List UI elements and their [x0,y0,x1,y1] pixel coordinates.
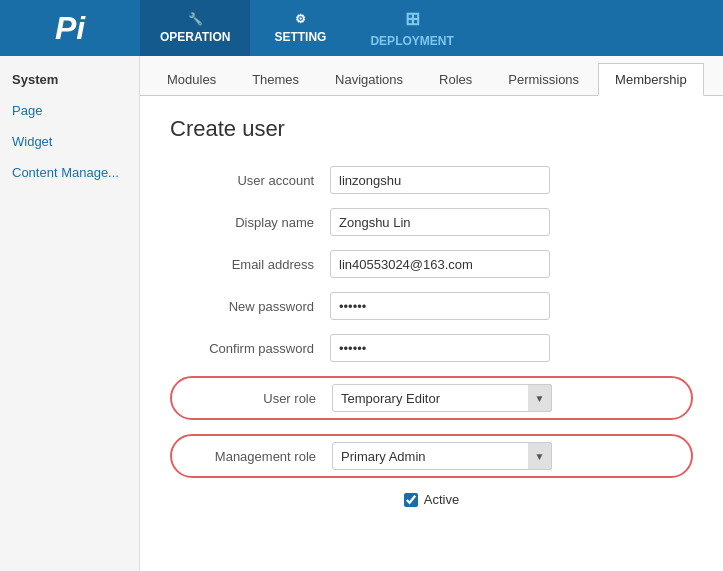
sidebar-system-label: System [12,72,58,87]
sidebar-widget-label: Widget [12,134,52,149]
new-password-input[interactable] [330,292,550,320]
sidebar-item-widget[interactable]: Widget [0,126,139,157]
active-checkbox[interactable] [404,493,418,507]
user-account-row: User account [170,166,693,194]
operation-icon: 🔧 [188,12,203,26]
nav-operation[interactable]: 🔧 OPERATION [140,0,250,56]
tab-navigations-label: Navigations [335,72,403,87]
email-address-label: Email address [170,257,330,272]
tab-themes[interactable]: Themes [235,63,316,96]
tab-roles[interactable]: Roles [422,63,489,96]
display-name-row: Display name [170,208,693,236]
nav-items: 🔧 OPERATION ⚙ SETTING ⊞ DEPLOYMENT [140,0,474,56]
tab-modules[interactable]: Modules [150,63,233,96]
tab-permissions-label: Permissions [508,72,579,87]
sidebar-item-content[interactable]: Content Manage... [0,157,139,188]
nav-deployment[interactable]: ⊞ DEPLOYMENT [350,0,473,56]
active-row: Active [170,492,693,507]
confirm-password-label: Confirm password [170,341,330,356]
tabs-bar: Modules Themes Navigations Roles Permiss… [140,56,723,96]
user-role-highlight: User role Temporary Editor Editor Author… [170,376,693,420]
nav-deployment-label: DEPLOYMENT [370,34,453,48]
management-role-label: Management role [172,449,332,464]
sidebar-item-system[interactable]: System [0,64,139,95]
user-account-input[interactable] [330,166,550,194]
setting-icon: ⚙ [295,12,306,26]
user-role-label: User role [172,391,332,406]
display-name-input[interactable] [330,208,550,236]
tab-membership[interactable]: Membership [598,63,704,96]
tab-membership-label: Membership [615,72,687,87]
tab-themes-label: Themes [252,72,299,87]
new-password-label: New password [170,299,330,314]
confirm-password-input[interactable] [330,334,550,362]
tab-navigations[interactable]: Navigations [318,63,420,96]
top-nav: Pi 🔧 OPERATION ⚙ SETTING ⊞ DEPLOYMENT [0,0,723,56]
form-area: Create user User account Display name Em… [140,96,723,571]
user-role-select-wrapper: Temporary Editor Editor Author Subscribe… [332,384,552,412]
user-role-select[interactable]: Temporary Editor Editor Author Subscribe… [332,384,552,412]
user-account-label: User account [170,173,330,188]
page-title: Create user [170,116,693,142]
sidebar: System Page Widget Content Manage... [0,56,140,571]
email-address-input[interactable] [330,250,550,278]
sidebar-content-label: Content Manage... [12,165,119,180]
display-name-label: Display name [170,215,330,230]
email-address-row: Email address [170,250,693,278]
active-label: Active [424,492,459,507]
management-role-highlight: Management role Primary Admin Admin Mode… [170,434,693,478]
sidebar-item-page[interactable]: Page [0,95,139,126]
nav-setting[interactable]: ⚙ SETTING [250,0,350,56]
content-area: Modules Themes Navigations Roles Permiss… [140,56,723,571]
confirm-password-row: Confirm password [170,334,693,362]
tab-modules-label: Modules [167,72,216,87]
new-password-row: New password [170,292,693,320]
tab-roles-label: Roles [439,72,472,87]
management-role-select[interactable]: Primary Admin Admin Moderator None [332,442,552,470]
tab-permissions[interactable]: Permissions [491,63,596,96]
app-logo: Pi [55,10,85,47]
logo-area: Pi [0,0,140,56]
nav-setting-label: SETTING [274,30,326,44]
sidebar-page-label: Page [12,103,42,118]
management-role-select-wrapper: Primary Admin Admin Moderator None ▼ [332,442,552,470]
deployment-icon: ⊞ [405,8,420,30]
main-layout: System Page Widget Content Manage... Mod… [0,56,723,571]
nav-operation-label: OPERATION [160,30,230,44]
